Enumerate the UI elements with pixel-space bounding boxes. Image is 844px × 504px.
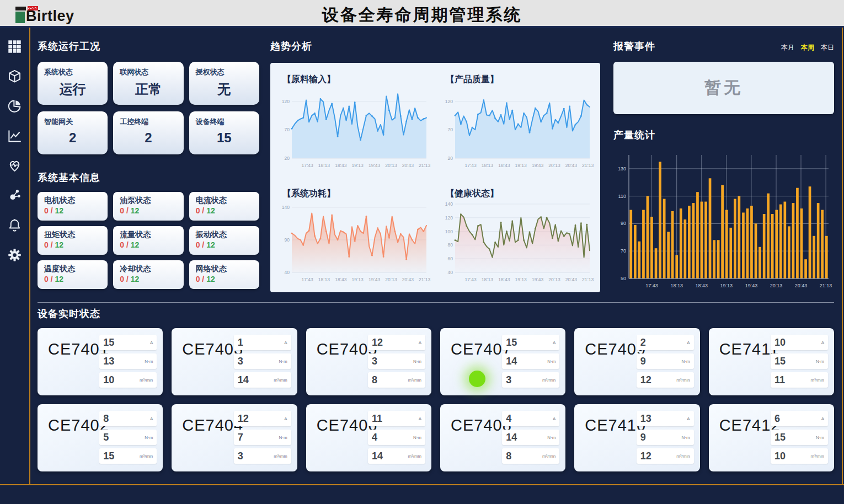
svg-text:19:13: 19:13: [352, 277, 364, 282]
info-card-label: 冷却状态: [120, 264, 177, 274]
device-value-row: 5N·m: [99, 430, 157, 445]
device-values: 1A3N·m14m³/min: [234, 335, 291, 388]
raw-input-chart: 【原料输入】 207012017:4318:1318:4319:1319:432…: [273, 66, 436, 180]
alarm-tab-本周[interactable]: 本周: [801, 43, 814, 52]
device-card[interactable]: CE740715A14N·m3m³/min: [440, 328, 565, 395]
info-card: 网络状态0 / 12: [189, 260, 259, 289]
bell-icon[interactable]: [7, 217, 23, 233]
total-count: 12: [131, 206, 140, 215]
device-card[interactable]: CE74126A15N·m10m³/min: [709, 404, 834, 471]
svg-text:130: 130: [618, 166, 626, 171]
info-card-label: 网络状态: [196, 264, 253, 274]
info-card-label: 温度状态: [44, 264, 101, 274]
info-card-ratio: 0 / 12: [44, 206, 101, 215]
svg-text:20: 20: [285, 156, 290, 161]
status-card-value: 15: [196, 130, 253, 146]
status-card-value: 2: [120, 130, 177, 146]
device-value: 8: [103, 413, 109, 425]
alarm-count: 0 /: [196, 275, 206, 283]
svg-text:21:13: 21:13: [582, 163, 594, 168]
info-card-ratio: 0 / 12: [196, 275, 253, 283]
raw-input-chart-title: 【原料输入】: [282, 74, 431, 85]
total-count: 12: [206, 240, 215, 249]
device-values: 8A5N·m15m³/min: [99, 411, 157, 464]
svg-text:21:13: 21:13: [582, 277, 594, 282]
device-card[interactable]: CE740115A13N·m10m³/min: [38, 328, 163, 395]
production-chart-plot: 17:4318:1318:4319:1319:4320:1320:4321:13…: [613, 147, 835, 298]
svg-text:120: 120: [445, 215, 453, 221]
device-value: 3: [372, 356, 377, 367]
gear-icon[interactable]: [7, 247, 23, 262]
device-unit: A: [553, 416, 555, 421]
network-icon[interactable]: [7, 187, 23, 203]
device-value-row: 4N·m: [368, 430, 425, 445]
svg-text:21:13: 21:13: [419, 163, 431, 168]
device-card[interactable]: CE741013A9N·m12m³/min: [574, 404, 699, 471]
raw-input-chart-plot: 207012017:4318:1318:4319:1319:4320:1320:…: [277, 85, 431, 175]
device-card[interactable]: CE740512A3N·m8m³/min: [306, 328, 431, 395]
svg-text:140: 140: [282, 205, 290, 210]
svg-text:80: 80: [448, 242, 453, 248]
cube-icon[interactable]: [7, 68, 23, 84]
nav-sidebar: [0, 28, 29, 484]
devices-panel: 设备实时状态 CE740115A13N·m10m³/minCE74031A3N·…: [38, 302, 834, 471]
device-value-row: 3m³/min: [502, 372, 559, 388]
device-value: 7: [238, 432, 243, 443]
device-card[interactable]: CE74031A3N·m14m³/min: [172, 328, 297, 395]
svg-text:100: 100: [445, 229, 453, 234]
status-card-label: 系统状态: [44, 67, 101, 77]
svg-text:90: 90: [285, 237, 290, 243]
pie-chart-icon[interactable]: [7, 98, 23, 114]
svg-text:110: 110: [618, 194, 626, 199]
gold-divider-right: [842, 28, 843, 484]
system-info-grid: 电机状态0 / 12油泵状态0 / 12电流状态0 / 12扭矩状态0 / 12…: [38, 192, 259, 289]
grid-icon[interactable]: [7, 39, 23, 54]
device-unit: m³/min: [676, 454, 690, 459]
alarm-tab-本日[interactable]: 本日: [821, 43, 834, 52]
alarm-empty-text: 暂无: [704, 77, 743, 99]
info-card: 油泵状态0 / 12: [113, 192, 183, 221]
device-card[interactable]: CE74092A9N·m12m³/min: [574, 328, 699, 395]
device-unit: N·m: [682, 435, 690, 440]
device-value-row: 3N·m: [368, 353, 425, 369]
alarm-count: 0 /: [120, 206, 130, 215]
device-value-row: 15N·m: [771, 353, 828, 369]
svg-text:18:43: 18:43: [335, 277, 347, 282]
health-icon[interactable]: [7, 158, 23, 173]
device-value: 13: [103, 356, 114, 367]
device-value: 1: [238, 337, 243, 348]
device-unit: A: [821, 416, 824, 421]
device-value-row: 12m³/min: [637, 448, 694, 464]
device-unit: N·m: [279, 359, 287, 364]
device-value-row: 15N·m: [771, 430, 828, 445]
device-value-row: 15m³/min: [99, 448, 157, 464]
device-value-row: 12m³/min: [637, 372, 694, 388]
alarm-tab-本月[interactable]: 本月: [781, 43, 794, 52]
health-chart: 【健康状态】 40608010012014017:4318:1318:4319:…: [436, 180, 599, 294]
info-card-ratio: 0 / 12: [196, 206, 253, 215]
status-card-value: 运行: [44, 81, 101, 98]
device-card[interactable]: CE740611A4N·m14m³/min: [306, 404, 431, 471]
device-card[interactable]: CE740412A7N·m3m³/min: [172, 404, 297, 471]
svg-text:17:43: 17:43: [645, 283, 658, 288]
device-value-row: 13A: [637, 411, 694, 426]
device-unit: N·m: [682, 359, 690, 364]
device-value-row: 3N·m: [234, 353, 291, 369]
device-value: 15: [506, 337, 517, 348]
alarm-count: 0 /: [120, 240, 130, 249]
trend-title: 趋势分析: [270, 40, 600, 53]
status-card-label: 设备终端: [196, 117, 253, 127]
alarm-title: 报警事件: [613, 40, 655, 53]
device-card[interactable]: CE741110A15N·m11m³/min: [709, 328, 834, 395]
device-value-row: 6A: [771, 411, 828, 426]
alarm-count: 0 /: [44, 240, 55, 249]
device-unit: m³/min: [676, 378, 690, 383]
total-count: 12: [131, 275, 140, 283]
dashboard-root: { "header": { "logo_text": "Birtley", "t…: [0, 0, 844, 504]
device-card[interactable]: CE74084A14N·m8m³/min: [440, 404, 565, 471]
device-value: 11: [774, 374, 785, 386]
device-card[interactable]: CE74028A5N·m15m³/min: [38, 404, 163, 471]
trend-card: 【原料输入】 207012017:4318:1318:4319:1319:432…: [270, 63, 600, 292]
line-chart-icon[interactable]: [7, 128, 23, 143]
svg-text:18:13: 18:13: [318, 277, 330, 282]
